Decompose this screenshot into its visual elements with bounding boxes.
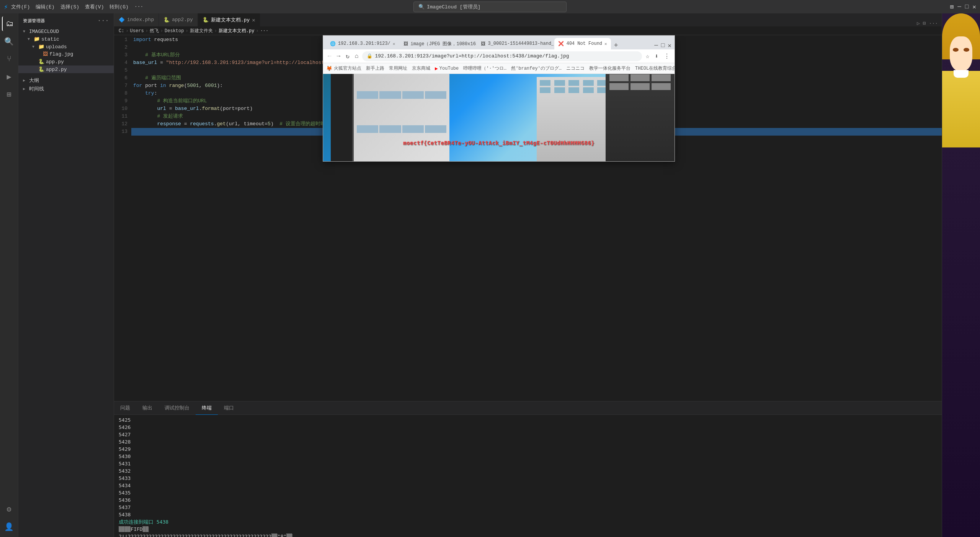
tab-index-php[interactable]: 🔷 index.php [114, 13, 159, 26]
bookmark-common[interactable]: 常用网址 [389, 65, 407, 72]
run-icon[interactable]: ▷ [917, 20, 920, 26]
browser-tab-close-1[interactable]: ✕ [393, 41, 395, 46]
sidebar-item-static[interactable]: ▼ 📁 static [18, 35, 114, 43]
main-layout: 🗂 🔍 ⑂ ▶ ⊞ ⚙ 👤 资源管理器 ··· ▼ IMAGECLOUD ▼ 📁… [0, 13, 980, 537]
source-control-icon[interactable]: ⑂ [2, 52, 16, 66]
terminal-line-7: 5431 [119, 460, 937, 467]
bookmark-theol[interactable]: THEOL在线教育综合… [635, 65, 675, 72]
sidebar-item-flag-jpg[interactable]: 🖼 flag.jpg [18, 51, 114, 58]
minimize-icon[interactable]: ─ [957, 3, 961, 10]
bookmark-ranfey[interactable]: 然'branfey'のブログ… [511, 65, 562, 72]
address-bar[interactable]: 🔒 192.168.3.201:9123/image?url=http://lo… [362, 51, 642, 61]
tab-icon-php: 🔷 [119, 17, 125, 23]
terminal-line-13: 5437 [119, 504, 937, 511]
root-folder[interactable]: ▼ IMAGECLOUD [18, 28, 114, 35]
bookmark-label-common: 常用网址 [389, 65, 407, 72]
browser-tab-2[interactable]: 🖼 image（JPEG 图像，1080x162… ✕ [400, 38, 476, 49]
new-tab-button[interactable]: + [612, 42, 621, 49]
panel-tab-debug[interactable]: 调试控制台 [158, 401, 196, 415]
layout-icon[interactable]: ⊞ [950, 3, 954, 11]
menu-goto[interactable]: 转到(G) [109, 3, 128, 10]
menu-bar: 文件(F) 编辑(E) 选择(S) 查看(V) 转到(G) ··· [11, 3, 143, 10]
breadcrumb-file[interactable]: 新建文本文档.py [219, 28, 255, 34]
bookmarks-bar: 🦊 火狐官方站点 新手上路 常用网址 京东商城 ▶ YouTube [323, 63, 675, 74]
menu-view[interactable]: 查看(V) [85, 3, 104, 10]
breadcrumb-folder: 新建文件夹 [190, 28, 213, 34]
browser-download-icon[interactable]: ⬇ [653, 51, 660, 62]
browser-tab-close-4[interactable]: ✕ [604, 41, 607, 46]
menu-edit[interactable]: 编辑(E) [36, 3, 54, 10]
sidebar-item-timeline[interactable]: ▶ 时间线 [18, 85, 114, 93]
browser-tab-3[interactable]: 🖼 3_00021-1514449813-hand_mas… ✕ [477, 38, 554, 49]
panel-tab-output[interactable]: 输出 [136, 401, 158, 415]
editor-content: 12345 678910 111213 import requests # 基本… [114, 35, 942, 401]
terminal-line-5: 5429 [119, 445, 937, 453]
bookmark-youtube[interactable]: ▶ YouTube [435, 65, 459, 72]
menu-more[interactable]: ··· [134, 4, 143, 10]
browser-tab-favicon-4: ❌ [558, 41, 564, 47]
menu-file[interactable]: 文件(F) [11, 3, 30, 10]
close-browser-icon[interactable]: ✕ [668, 42, 671, 49]
tab-new-doc-py[interactable]: 🐍 新建文本文档.py ✕ [198, 13, 260, 26]
close-icon[interactable]: ✕ [972, 3, 976, 11]
panel-tab-ports[interactable]: 端口 [218, 401, 240, 415]
browser-nav-bar: ← → ↻ ⌂ 🔒 192.168.3.201:9123/image?url=h… [323, 49, 675, 63]
file-label-app-py: app.py [46, 59, 64, 65]
folder-arrow-icon: ▼ [28, 37, 32, 41]
terminal-output[interactable]: 5425 5426 5427 5428 5429 5430 5431 5432 … [114, 415, 942, 537]
url-text: 192.168.3.201:9123/image?url=http://loca… [375, 53, 569, 59]
browser-tab-bar: 🌐 192.168.3.201:9123/ ✕ 🖼 image（JPEG 图像，… [323, 36, 675, 49]
sidebar-item-app2-py[interactable]: 🐍 app2.py [18, 65, 114, 73]
breadcrumb-users: Users [130, 28, 144, 34]
terminal-line-2: 5426 [119, 424, 937, 431]
title-search[interactable]: 🔍 ImageCloud [管理员] [413, 2, 567, 12]
run-debug-icon[interactable]: ▶ [2, 69, 16, 84]
terminal-line-14: 5438 [119, 511, 937, 518]
browser-tab-label-1: 192.168.3.201:9123/ [338, 41, 390, 46]
panel-tab-terminal[interactable]: 终端 [196, 401, 218, 415]
browser-more-icon[interactable]: ⋮ [662, 51, 671, 62]
maximize-icon[interactable]: □ [965, 3, 969, 10]
bottom-panel: 问题 输出 调试控制台 终端 端口 5425 5426 5427 5428 54… [114, 401, 942, 537]
bookmark-niconico[interactable]: ニコニコ [566, 65, 585, 72]
minimize-browser-icon[interactable]: ─ [654, 42, 658, 49]
bookmark-star-icon[interactable]: ☆ [644, 51, 651, 62]
browser-tab-4[interactable]: ❌ 404 Not Found ✕ [554, 38, 611, 49]
browser-home-icon[interactable]: ⌂ [353, 51, 360, 61]
browser-tab-favicon-1: 🌐 [330, 41, 336, 47]
folder-label-uploads: uploads [46, 44, 67, 50]
bookmark-huopao[interactable]: 🦊 火狐官方站点 [326, 65, 361, 72]
explorer-icon[interactable]: 🗂 [2, 16, 16, 31]
tab-app2-py[interactable]: 🐍 app2.py [159, 13, 198, 26]
bookmark-newbie[interactable]: 新手上路 [366, 65, 384, 72]
sidebar-item-outline[interactable]: ▶ 大纲 [18, 76, 114, 85]
menu-select[interactable]: 选择(S) [60, 3, 79, 10]
tab-icon-py2: 🐍 [203, 17, 209, 23]
more-actions-icon[interactable]: ··· [929, 21, 938, 26]
bookmark-bilibili[interactable]: 哔哩哔哩（'·'つロ… [463, 65, 506, 72]
browser-back-icon[interactable]: ← [326, 51, 333, 61]
bookmark-edu[interactable]: 教学一体化服务平台 [589, 65, 630, 72]
search-activity-icon[interactable]: 🔍 [2, 34, 16, 49]
breadcrumb-desktop: Desktop [165, 28, 184, 34]
split-editor-icon[interactable]: ⊟ [923, 20, 926, 26]
browser-forward-icon[interactable]: → [335, 51, 342, 61]
restore-browser-icon[interactable]: □ [661, 42, 665, 49]
browser-tab-1[interactable]: 🌐 192.168.3.201:9123/ ✕ [326, 38, 399, 49]
tab-label-new-doc-py: 新建文本文档.py [211, 16, 250, 23]
browser-tab-favicon-3: 🖼 [481, 41, 485, 47]
browser-refresh-icon[interactable]: ↻ [344, 51, 351, 62]
file-label-flag-jpg: flag.jpg [49, 51, 73, 57]
account-icon[interactable]: 👤 [2, 519, 16, 534]
settings-icon[interactable]: ⚙ [2, 502, 16, 516]
extensions-icon[interactable]: ⊞ [2, 87, 16, 102]
bookmark-label-theol: THEOL在线教育综合… [635, 65, 675, 72]
sidebar-item-app-py[interactable]: 🐍 app.py [18, 58, 114, 65]
tab-close-btn[interactable]: ✕ [252, 17, 255, 23]
line-numbers: 12345 678910 111213 [114, 35, 131, 401]
file-icon-jpg: 🖼 [43, 51, 48, 57]
sidebar-item-uploads[interactable]: ▼ 📁 uploads [18, 43, 114, 51]
bookmark-jd[interactable]: 京东商城 [412, 65, 430, 72]
sidebar-more-icon[interactable]: ··· [98, 17, 109, 24]
panel-tab-problems[interactable]: 问题 [114, 401, 136, 415]
